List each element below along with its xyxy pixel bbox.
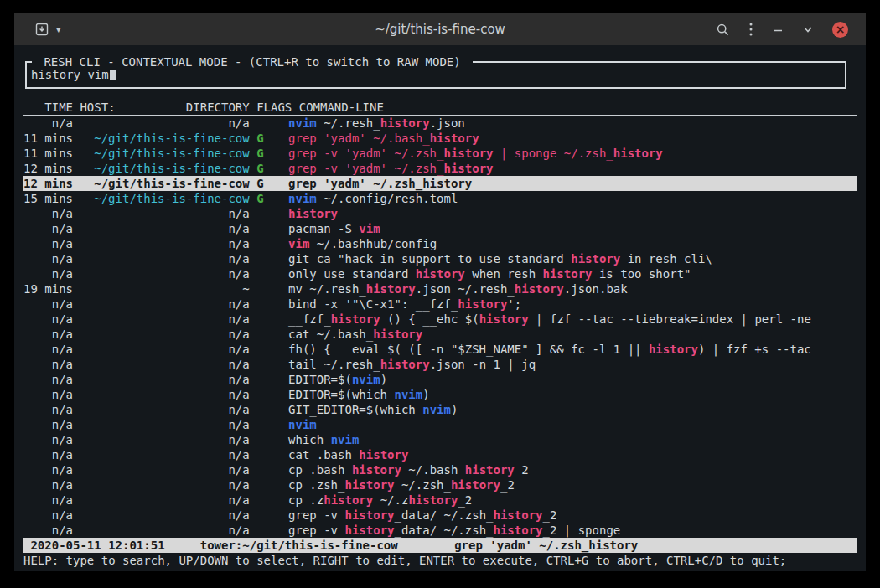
history-row[interactable]: 11 mins~/git/this-is-fine-cowGgrep 'yadm… bbox=[23, 131, 857, 146]
history-row[interactable]: n/an/aEDITOR=$(which nvim) bbox=[23, 387, 857, 402]
history-row[interactable]: n/an/apacman -S vim bbox=[23, 221, 857, 236]
help-bar: HELP: type to search, UP/DOWN to select,… bbox=[23, 553, 857, 568]
search-box-title: RESH CLI - CONTEXTUAL MODE - (CTRL+R to … bbox=[32, 54, 473, 70]
status-bar: 2020-05-11 12:01:51 tower:~/git/this-is-… bbox=[23, 538, 857, 553]
status-location: tower:~/git/this-is-fine-cow bbox=[200, 538, 398, 553]
header-flags: FLAGS bbox=[256, 100, 292, 115]
minimize-button[interactable] bbox=[772, 23, 784, 35]
resh-search-box[interactable]: RESH CLI - CONTEXTUAL MODE - (CTRL+R to … bbox=[25, 61, 846, 89]
kebab-menu-icon bbox=[748, 22, 753, 37]
desktop: ▾ ~/git/this-is-fine-cow bbox=[0, 0, 880, 588]
history-row[interactable]: n/an/aGIT_EDITOR=$(which nvim) bbox=[23, 402, 857, 417]
history-row[interactable]: n/an/ahistory bbox=[23, 206, 857, 221]
history-row[interactable]: n/an/atail ~/.resh_history.json -n 1 | j… bbox=[23, 357, 857, 372]
history-row[interactable]: n/an/acp .bash_history ~/.bash_history_2 bbox=[23, 462, 857, 477]
history-row[interactable]: n/an/afh() { eval $( ([ -n "$ZSH_NAME" ]… bbox=[23, 342, 857, 357]
history-row[interactable]: n/an/agrep -v history_data/ ~/.zsh_histo… bbox=[23, 508, 857, 523]
search-icon bbox=[716, 23, 730, 37]
header-directory: DIRECTORY bbox=[186, 100, 250, 115]
restore-button[interactable] bbox=[802, 23, 814, 35]
history-row[interactable]: n/an/anvim ~/.resh_history.json bbox=[23, 116, 857, 131]
history-row[interactable]: n/an/agrep -v history_data/ ~/.zsh_histo… bbox=[23, 523, 857, 538]
history-row[interactable]: 12 mins~/git/this-is-fine-cowGgrep -v 'y… bbox=[23, 161, 857, 176]
history-row[interactable]: n/an/avim ~/.bashhub/config bbox=[23, 236, 857, 251]
history-row[interactable]: n/an/acat .bash_history bbox=[23, 447, 857, 462]
dropdown-caret-icon[interactable]: ▾ bbox=[56, 25, 61, 34]
history-row[interactable]: n/an/acp .zhistory ~/.zhistory_2 bbox=[23, 493, 857, 508]
new-window-icon bbox=[35, 23, 49, 36]
history-row[interactable]: n/an/a__fzf_history () { __ehc $(history… bbox=[23, 312, 857, 327]
history-row[interactable]: n/an/acp .zsh_history ~/.zsh_history_2 bbox=[23, 477, 857, 493]
close-icon: × bbox=[836, 23, 846, 35]
history-row[interactable]: n/an/acat ~/.bash_history bbox=[23, 327, 857, 342]
history-row[interactable]: n/an/abind -x '"\C-x1": __fzf_history'; bbox=[23, 297, 857, 312]
history-row[interactable]: 11 mins~/git/this-is-fine-cowGgrep -v 'y… bbox=[23, 146, 857, 161]
status-command: grep 'yadm' ~/.zsh_history bbox=[454, 538, 638, 553]
new-terminal-button[interactable] bbox=[35, 23, 49, 36]
close-button[interactable]: × bbox=[832, 22, 848, 38]
history-row[interactable]: n/an/anvim bbox=[23, 417, 857, 432]
terminal-screen: RESH CLI - CONTEXTUAL MODE - (CTRL+R to … bbox=[14, 45, 866, 571]
minimize-icon bbox=[772, 23, 784, 35]
history-row[interactable]: 19 mins~mv ~/.resh_history.json ~/.resh_… bbox=[23, 281, 857, 297]
table-header: TIME HOST:DIRECTORY FLAGS COMMAND-LINE bbox=[23, 100, 857, 116]
text-cursor-block bbox=[110, 68, 116, 80]
history-row[interactable]: 15 mins~/git/this-is-fine-cowGnvim ~/.co… bbox=[23, 191, 857, 206]
history-row[interactable]: n/an/aEDITOR=$(nvim) bbox=[23, 372, 857, 387]
header-host: HOST: bbox=[80, 100, 115, 115]
status-datetime: 2020-05-11 12:01:51 bbox=[30, 538, 164, 553]
titlebar-right-controls: × bbox=[716, 22, 866, 38]
header-command-line: COMMAND-LINE bbox=[299, 100, 384, 115]
search-input[interactable]: history vim bbox=[31, 68, 109, 81]
history-row[interactable]: n/an/awhich nvim bbox=[23, 432, 857, 447]
menu-button[interactable] bbox=[748, 22, 753, 37]
header-host-directory: HOST:DIRECTORY bbox=[80, 100, 249, 115]
header-time: TIME bbox=[23, 100, 73, 115]
restore-icon bbox=[802, 23, 814, 35]
search-button[interactable] bbox=[716, 23, 730, 37]
titlebar: ▾ ~/git/this-is-fine-cow bbox=[14, 13, 866, 45]
history-row-selected[interactable]: 12 mins~/git/this-is-fine-cowGgrep 'yadm… bbox=[23, 176, 857, 191]
history-list: n/an/anvim ~/.resh_history.json11 mins~/… bbox=[23, 116, 857, 538]
history-row[interactable]: n/an/aonly use standard history when res… bbox=[23, 266, 857, 281]
history-row[interactable]: n/an/agit ca "hack in support to use sta… bbox=[23, 251, 857, 266]
titlebar-left-controls: ▾ bbox=[14, 23, 61, 36]
